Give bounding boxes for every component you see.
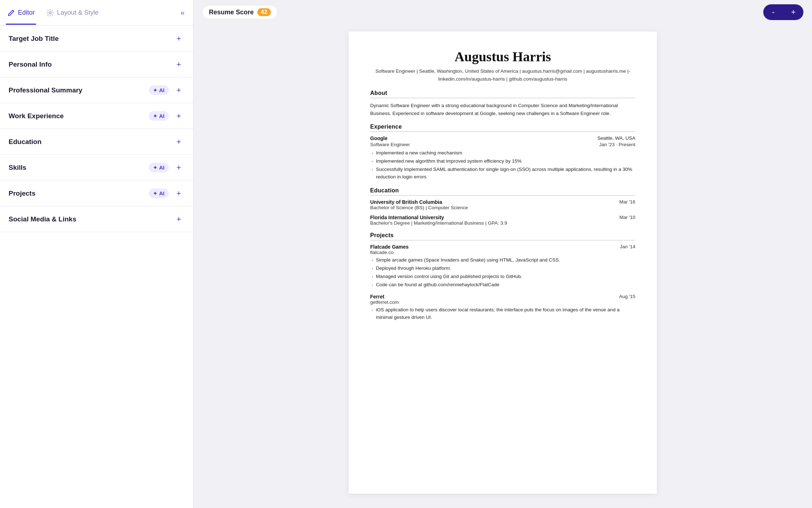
- ai-badge-skills[interactable]: ✦ AI: [149, 163, 169, 172]
- bullet-item: Simple arcade games (Space Invaders and …: [370, 257, 635, 264]
- gear-icon: [46, 9, 54, 17]
- ai-badge-work-experience[interactable]: ✦ AI: [149, 111, 169, 121]
- add-projects-button[interactable]: +: [173, 188, 185, 199]
- tab-editor-label: Editor: [18, 9, 35, 16]
- project-row-0: Flatcade Games Jan '14 flatcade.co Simpl…: [370, 244, 635, 289]
- edu-school-0: University of British Columbia: [370, 199, 442, 205]
- edu-degree-0: Bachelor of Science (BS) | Computer Scie…: [370, 205, 635, 210]
- zoom-out-button[interactable]: -: [763, 4, 783, 20]
- job-bullets: Implemented a new caching mechanism Impl…: [370, 149, 635, 181]
- project-row-1: Ferret Aug '15 getferret.com iOS applica…: [370, 294, 635, 321]
- education-section-title: Education: [370, 187, 635, 196]
- right-panel: Resume Score 42 - + Augustus Harris Soft…: [194, 0, 812, 508]
- projects-section-title: Projects: [370, 232, 635, 240]
- project-name-1: Ferret: [370, 294, 384, 299]
- resume-contact: Software Engineer | Seattle, Washington,…: [370, 67, 635, 83]
- ai-star-icon-work: ✦: [153, 113, 157, 119]
- project-name-0: Flatcade Games: [370, 244, 409, 250]
- ai-star-icon: ✦: [153, 87, 157, 93]
- job-header-google: Google Seattle, WA, USA: [370, 135, 635, 141]
- add-target-job-title-button[interactable]: +: [173, 33, 185, 44]
- resume-section-about: About Dynamic Software Engineer with a s…: [370, 90, 635, 117]
- left-panel: Editor Layout & Style « Target Job Title…: [0, 0, 194, 508]
- sidebar-sections: Target Job Title + Personal Info + Profe…: [0, 26, 193, 508]
- contact-line-2: linkedin.com/in/augustus-harris | github…: [370, 75, 635, 83]
- score-badge: 42: [257, 8, 271, 16]
- experience-section-title: Experience: [370, 124, 635, 132]
- job-title: Software Engineer: [370, 142, 410, 147]
- zoom-controls: - +: [763, 4, 803, 20]
- project-bullets-1: iOS application to help users discover l…: [370, 306, 635, 321]
- resume-section-experience: Experience Google Seattle, WA, USA Softw…: [370, 124, 635, 181]
- edu-header-0: University of British Columbia Mar '16: [370, 199, 635, 205]
- job-company: Google: [370, 135, 387, 141]
- about-section-title: About: [370, 90, 635, 98]
- add-work-experience-button[interactable]: +: [173, 110, 185, 122]
- about-text: Dynamic Software Engineer with a strong …: [370, 102, 635, 117]
- edu-date-0: Mar '16: [619, 199, 635, 205]
- edu-header-1: Florida International University Mar '10: [370, 215, 635, 220]
- job-dates: Jan '23 · Present: [599, 142, 635, 149]
- tab-editor[interactable]: Editor: [6, 6, 36, 20]
- sidebar-item-skills[interactable]: Skills ✦ AI +: [0, 155, 193, 181]
- sidebar-item-projects[interactable]: Projects ✦ AI +: [0, 181, 193, 206]
- sidebar-item-personal-info[interactable]: Personal Info +: [0, 52, 193, 77]
- edu-degree-1: Bachelor's Degree | Marketing/Internatio…: [370, 220, 635, 226]
- add-social-media-button[interactable]: +: [173, 214, 185, 225]
- collapse-button[interactable]: «: [178, 6, 187, 20]
- job-title-row: Software Engineer Jan '23 · Present: [370, 142, 635, 149]
- project-header-0: Flatcade Games Jan '14: [370, 244, 635, 250]
- ai-badge-projects[interactable]: ✦ AI: [149, 188, 169, 198]
- edu-date-1: Mar '10: [619, 215, 635, 220]
- svg-point-0: [49, 12, 51, 14]
- contact-line-1: Software Engineer | Seattle, Washington,…: [370, 67, 635, 75]
- bullet-item: Code can be found at github.com/rennieha…: [370, 281, 635, 289]
- project-bullets-0: Simple arcade games (Space Invaders and …: [370, 257, 635, 289]
- pencil-icon: [7, 9, 15, 17]
- tab-bar: Editor Layout & Style «: [0, 0, 193, 26]
- bullet-item: Implemented new algorithm that improved …: [370, 158, 635, 165]
- sidebar-item-professional-summary[interactable]: Professional Summary ✦ AI +: [0, 77, 193, 103]
- resume-name: Augustus Harris: [370, 49, 635, 64]
- resume-score-button[interactable]: Resume Score 42: [202, 5, 278, 19]
- project-date-1: Aug '15: [619, 294, 635, 299]
- sidebar-item-target-job-title[interactable]: Target Job Title +: [0, 26, 193, 52]
- edu-row-1: Florida International University Mar '10…: [370, 215, 635, 226]
- project-header-1: Ferret Aug '15: [370, 294, 635, 299]
- add-skills-button[interactable]: +: [173, 162, 185, 173]
- edu-school-1: Florida International University: [370, 215, 444, 220]
- sidebar-item-education[interactable]: Education +: [0, 129, 193, 155]
- ai-star-icon-projects: ✦: [153, 191, 157, 196]
- resume-section-education: Education University of British Columbia…: [370, 187, 635, 226]
- add-education-button[interactable]: +: [173, 136, 185, 148]
- resume-document: Augustus Harris Software Engineer | Seat…: [349, 32, 657, 494]
- zoom-in-button[interactable]: +: [783, 4, 803, 20]
- add-professional-summary-button[interactable]: +: [173, 85, 185, 96]
- resume-viewport[interactable]: Augustus Harris Software Engineer | Seat…: [194, 24, 812, 508]
- add-personal-info-button[interactable]: +: [173, 59, 185, 70]
- tab-layout-style-label: Layout & Style: [57, 9, 99, 16]
- bullet-item: Deployed through Heroku platform.: [370, 265, 635, 272]
- project-date-0: Jan '14: [620, 244, 635, 250]
- bullet-item: Successfully implemented SAML authentica…: [370, 166, 635, 181]
- bullet-item: Implemented a new caching mechanism: [370, 149, 635, 157]
- tab-layout-style[interactable]: Layout & Style: [45, 6, 100, 20]
- project-url-0: flatcade.co: [370, 250, 635, 255]
- bullet-item: iOS application to help users discover l…: [370, 306, 635, 321]
- top-bar: Resume Score 42 - +: [194, 0, 812, 24]
- resume-score-label: Resume Score: [209, 9, 254, 16]
- edu-row-0: University of British Columbia Mar '16 B…: [370, 199, 635, 210]
- job-location: Seattle, WA, USA: [597, 135, 635, 141]
- sidebar-item-social-media-links[interactable]: Social Media & Links +: [0, 206, 193, 232]
- ai-badge-professional-summary[interactable]: ✦ AI: [149, 85, 169, 95]
- resume-section-projects: Projects Flatcade Games Jan '14 flatcade…: [370, 232, 635, 321]
- project-url-1: getferret.com: [370, 299, 635, 305]
- sidebar-item-work-experience[interactable]: Work Experience ✦ AI +: [0, 103, 193, 129]
- bullet-item: Managed version control using Git and pu…: [370, 273, 635, 281]
- ai-star-icon-skills: ✦: [153, 165, 157, 171]
